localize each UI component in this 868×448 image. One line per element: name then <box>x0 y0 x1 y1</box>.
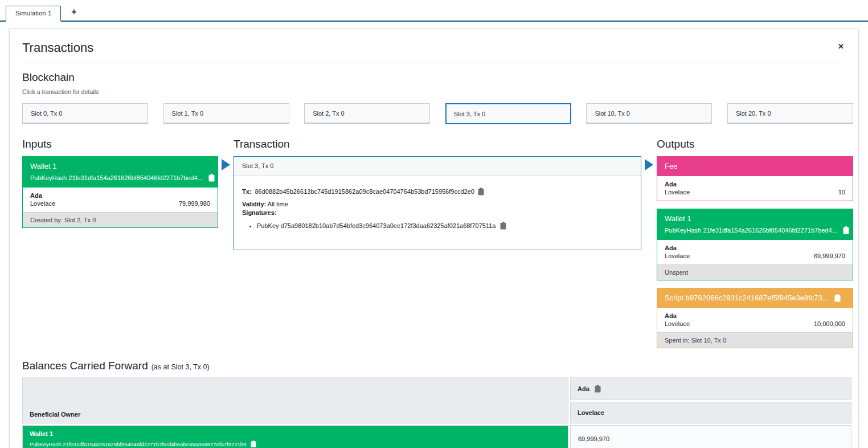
signature-item: PubKey d75a980182b10ab7d54bfed3c964073a0… <box>257 222 633 230</box>
signatures-list: PubKey d75a980182b10ab7d54bfed3c964073a0… <box>257 222 633 230</box>
token-label: Lovelace <box>665 189 690 196</box>
card-header: Wallet 1 PubKeyHash 21fe31dfa154a261626b… <box>23 157 218 188</box>
header-divider <box>22 63 843 63</box>
validity-label: Validity: <box>242 201 266 207</box>
slot-button-10[interactable]: Slot 10, Tx 0 <box>586 103 712 124</box>
copy-icon[interactable] <box>843 226 849 234</box>
card-header: Script b9762066c2931c241687ef5f945e3e8fc… <box>657 288 853 308</box>
currency-label: Ada <box>665 245 845 251</box>
triangle-right-icon <box>222 159 230 170</box>
output-wallet-card: Wallet 1 PubKeyHash 21fe31dfa154a261626b… <box>657 209 853 280</box>
fee-card: Fee Ada Lovelace 10 <box>657 156 853 201</box>
transaction-card: Slot 3, Tx 0 Tx: 86d0882b45b26613bc745d1… <box>234 156 641 250</box>
copy-icon[interactable] <box>834 294 841 302</box>
balances-subtitle: (as at Slot 3, Tx 0) <box>152 363 210 371</box>
balances-header: Balances Carried Forward (as at Slot 3, … <box>22 360 843 372</box>
card-body: Ada Lovelace 69,999,970 <box>657 240 853 264</box>
transaction-body: Tx: 86d0882b45b26613bc745d1915862a09c8ca… <box>234 176 641 237</box>
amount-value: 69,999,970 <box>814 252 845 259</box>
slot-button-2[interactable]: Slot 2, Tx 0 <box>304 103 430 124</box>
blockchain-hint: Click a transaction for details <box>22 88 843 95</box>
card-footer: Spent in: Slot 10, Tx 0 <box>657 332 853 348</box>
ada-label: Ada <box>578 385 589 392</box>
token-label: Lovelace <box>30 200 55 207</box>
fee-title: Fee <box>665 162 845 170</box>
amount-value: 10,000,000 <box>814 320 845 327</box>
column-header-ada: Ada <box>570 377 851 400</box>
copy-icon[interactable] <box>478 188 484 196</box>
wallet-hash: PubKeyHash 21fe31dfa154a261626bf854046fd… <box>30 174 210 182</box>
wallet-hash: PubKeyHash 21fe31dfa154a261626bf854046fd… <box>665 226 845 234</box>
amount-value: 79,999,980 <box>179 200 210 207</box>
copy-icon[interactable] <box>500 222 506 230</box>
inputs-title: Inputs <box>22 136 218 152</box>
add-tab-button[interactable]: + <box>61 6 87 21</box>
wallet-name: Wallet 1 <box>30 162 210 170</box>
blockchain-slot-row: Slot 0, Tx 0 Slot 1, Tx 0 Slot 2, Tx 0 S… <box>22 103 853 124</box>
currency-label: Ada <box>665 181 845 188</box>
wallet-name: Wallet 1 <box>665 214 845 223</box>
transaction-title: Transaction <box>234 136 641 152</box>
inputs-column: Inputs Wallet 1 PubKeyHash 21fe31dfa154a… <box>22 136 218 228</box>
slot-button-3-selected[interactable]: Slot 3, Tx 0 <box>445 103 571 124</box>
script-hash: Script b9762066c2931c241687ef5f945e3e8fc… <box>665 294 845 302</box>
transaction-column: Transaction Slot 3, Tx 0 Tx: 86d0882b45b… <box>234 136 641 250</box>
table-row-wallet-1: Wallet 1 PubKeyHash 21fe31dfa154a261626b… <box>22 425 851 448</box>
amount-value: 10 <box>838 189 845 196</box>
tx-label: Tx: <box>242 188 252 195</box>
signature-pubkey: PubKey d75a980182b10ab7d54bfed3c964073a0… <box>257 222 496 229</box>
input-wallet-card: Wallet 1 PubKeyHash 21fe31dfa154a261626b… <box>22 156 218 228</box>
column-header-beneficial-owner: Beneficial Owner <box>22 377 568 423</box>
triangle-right-icon <box>645 159 653 170</box>
signatures-label: Signatures: <box>242 209 633 216</box>
panel-header: Transactions ✕ <box>22 40 843 55</box>
value-cell: 69,999,970 <box>570 425 851 448</box>
token-label: Lovelace <box>665 320 690 327</box>
slot-button-20[interactable]: Slot 20, Tx 0 <box>727 103 853 124</box>
token-label: Lovelace <box>665 252 690 259</box>
hash-text: PubKeyHash 21fe31dfa154a261626bf854046fd… <box>30 441 246 447</box>
tab-bar: Simulation 1 + <box>0 0 868 22</box>
slot-button-1[interactable]: Slot 1, Tx 0 <box>163 103 289 124</box>
tx-hash: 86d0882b45b26613bc745d1915862a09c8cae047… <box>255 188 474 195</box>
transactions-panel: Transactions ✕ Blockchain Click a transa… <box>9 28 859 448</box>
hash-text: Script b9762066c2931c241687ef5f945e3e8fc… <box>665 294 829 302</box>
hash-text: PubKeyHash 21fe31dfa154a261626bf854046fd… <box>30 174 203 181</box>
copy-icon[interactable] <box>595 385 601 393</box>
card-body: Ada Lovelace 10,000,000 <box>657 308 853 332</box>
currency-label: Ada <box>665 312 845 319</box>
outputs-column: Outputs Fee Ada Lovelace 10 <box>657 136 853 348</box>
transaction-slot-header: Slot 3, Tx 0 <box>234 157 641 176</box>
hash-text: PubKeyHash 21fe31dfa154a261626bf854046fd… <box>665 227 837 234</box>
card-header: Fee <box>657 157 853 176</box>
validity-value: All time <box>268 201 288 207</box>
owner-cell: Wallet 1 PubKeyHash 21fe31dfa154a261626b… <box>22 425 568 448</box>
copy-icon[interactable] <box>208 174 215 182</box>
copy-icon[interactable] <box>251 441 256 447</box>
tab-simulation-1[interactable]: Simulation 1 <box>6 6 61 22</box>
card-body: Ada Lovelace 10 <box>657 176 853 201</box>
page-title: Transactions <box>22 40 843 55</box>
app-window: Simulation 1 + Transactions ✕ Blockchain… <box>0 0 868 448</box>
transaction-detail-columns: Inputs Wallet 1 PubKeyHash 21fe31dfa154a… <box>22 136 853 348</box>
outputs-title: Outputs <box>657 136 853 152</box>
wallet-hash: PubKeyHash 21fe31dfa154a261626bf854046fd… <box>30 441 561 447</box>
card-body: Ada Lovelace 79,999,980 <box>23 188 218 212</box>
card-footer: Unspent <box>657 264 853 280</box>
output-script-card: Script b9762066c2931c241687ef5f945e3e8fc… <box>657 288 853 348</box>
blockchain-title: Blockchain <box>22 71 843 84</box>
wallet-name: Wallet 1 <box>30 430 561 437</box>
card-footer: Created by: Slot 2, Tx 0 <box>23 212 218 227</box>
currency-label: Ada <box>30 192 210 199</box>
close-icon[interactable]: ✕ <box>838 43 844 50</box>
balances-table: Beneficial Owner Ada Lovelace Wallet 1 <box>21 375 853 448</box>
balances-title: Balances Carried Forward <box>22 360 148 372</box>
slot-button-0[interactable]: Slot 0, Tx 0 <box>22 103 148 124</box>
column-header-lovelace: Lovelace <box>570 402 851 423</box>
card-header: Wallet 1 PubKeyHash 21fe31dfa154a261626b… <box>657 209 853 240</box>
